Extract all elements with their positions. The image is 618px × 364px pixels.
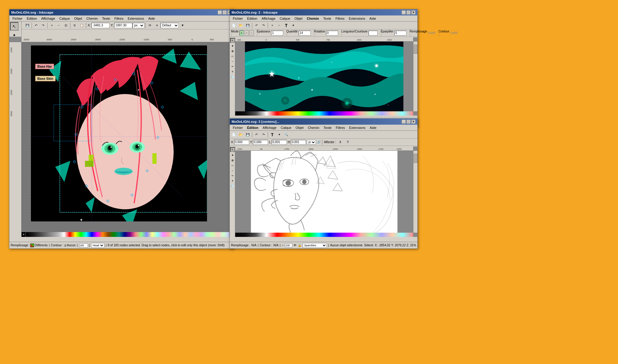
opacity-input[interactable]: 100 <box>79 243 88 248</box>
zoom-btn-3[interactable]: 🔍 <box>283 131 290 138</box>
window-controls-2[interactable]: _ □ ✕ <box>402 10 416 15</box>
menu-affichage-2[interactable]: Affichage <box>260 16 277 21</box>
pencil-tool-3[interactable]: ✏ <box>230 173 235 178</box>
pencil-tool-2[interactable]: ✏ <box>230 64 235 69</box>
spray-tool-3[interactable]: 💨 <box>230 184 235 188</box>
save-btn-2[interactable]: 💾 <box>244 22 251 29</box>
text-tool-2[interactable]: T <box>230 69 235 74</box>
node-btn-2[interactable]: ✦ <box>290 22 297 29</box>
menu-edition-2[interactable]: Édition <box>245 16 259 21</box>
minimize-btn-2[interactable]: _ <box>402 10 406 15</box>
new-btn-3[interactable]: 📄 <box>230 131 237 138</box>
zoom-fit-btn[interactable]: ⊡ <box>63 22 69 29</box>
unit-select[interactable]: px mm cm <box>133 23 144 28</box>
undo-btn-3[interactable]: ↶ <box>253 131 260 138</box>
menu-objet-3[interactable]: Objet <box>294 125 305 130</box>
maximize-btn-2[interactable]: □ <box>406 10 411 15</box>
open-btn-2[interactable]: 📂 <box>237 22 244 29</box>
select-tool[interactable]: ↖ <box>10 22 19 31</box>
minimize-btn-1[interactable]: _ <box>218 10 222 15</box>
display-btn[interactable]: ▼ <box>179 22 186 29</box>
h-input-3[interactable] <box>291 140 306 145</box>
menu-filtres-1[interactable]: Filtres <box>113 16 125 21</box>
save-btn-3[interactable]: 💾 <box>244 131 251 138</box>
y-input-3[interactable] <box>253 140 268 145</box>
menu-texte-2[interactable]: Texte <box>321 16 333 21</box>
menu-extensions-1[interactable]: Extensions <box>126 16 146 21</box>
node-tool-3[interactable]: ✦ <box>230 153 235 157</box>
select-tool-3[interactable]: ↖ <box>230 147 235 152</box>
menu-affichage-1[interactable]: Affichage <box>39 16 57 21</box>
menu-extensions-2[interactable]: Extensions <box>347 16 367 21</box>
undo-btn-2[interactable]: ↶ <box>253 22 260 29</box>
w-input-3[interactable] <box>272 140 287 145</box>
scrollbar-v-3[interactable] <box>413 151 417 233</box>
affecter-x-btn[interactable]: X <box>337 139 344 146</box>
menu-objet-2[interactable]: Objet <box>293 16 304 21</box>
node-tool-2[interactable]: ✦ <box>230 43 235 48</box>
align-btn[interactable]: ≡ <box>154 22 160 29</box>
opacity-input-3[interactable] <box>285 243 292 248</box>
colorbar-2[interactable] <box>235 111 413 116</box>
menu-calque-3[interactable]: Calque <box>279 125 293 130</box>
zoom-in-btn[interactable]: + <box>49 22 55 29</box>
menu-fichier-2[interactable]: Fichier <box>231 16 245 21</box>
menu-affichage-3[interactable]: Affichage <box>261 125 278 130</box>
zoom-in-2[interactable]: + <box>269 22 276 29</box>
menu-fichier-3[interactable]: Fichier <box>231 125 245 130</box>
spray-tool-2[interactable]: 💨 <box>230 74 235 79</box>
longueur-input[interactable] <box>368 31 378 35</box>
menu-edition-1[interactable]: Édition <box>25 16 39 21</box>
maximize-btn-3[interactable]: □ <box>406 120 411 124</box>
redo-btn[interactable]: ↷ <box>40 22 46 29</box>
redo-btn-3[interactable]: ↷ <box>260 131 267 138</box>
close-btn-2[interactable]: ✕ <box>411 10 416 15</box>
paste-btn[interactable]: 📋 <box>78 22 85 29</box>
menu-filtres-2[interactable]: Filtres <box>334 16 346 21</box>
menu-chemin-1[interactable]: Chemin <box>84 16 100 21</box>
menu-chemin-2[interactable]: Chemin <box>305 16 321 21</box>
layer-select-3[interactable]: Sparckles <box>303 243 327 248</box>
no-fill-btn[interactable]: ✕ <box>22 232 26 237</box>
rotation-input[interactable] <box>326 31 338 35</box>
rect-tool-2[interactable]: ▭ <box>230 54 235 59</box>
menu-edition-3[interactable]: Édition <box>245 125 260 130</box>
unit-select-3[interactable]: px <box>307 140 316 145</box>
undo-btn[interactable]: ↶ <box>33 22 39 29</box>
select-tool-2[interactable]: ↖ <box>230 38 235 43</box>
scrollbar-v-2[interactable] <box>413 42 417 111</box>
redo-btn-2[interactable]: ↷ <box>260 22 267 29</box>
menu-objet-1[interactable]: Objet <box>72 16 84 21</box>
menu-texte-3[interactable]: Texte <box>322 125 333 130</box>
epaisseur-input[interactable] <box>271 31 283 35</box>
menu-fichier-1[interactable]: Fichier <box>11 16 24 21</box>
menu-calque-2[interactable]: Calque <box>278 16 292 21</box>
menu-texte-1[interactable]: Texte <box>100 16 112 21</box>
menu-extensions-3[interactable]: Extensions <box>347 125 367 130</box>
zoom-tool-3[interactable]: ⊕ <box>230 158 235 163</box>
layer-select[interactable]: Head <box>91 243 104 248</box>
circle-tool-3[interactable]: ○ <box>230 168 235 173</box>
canvas-area-1[interactable]: /* rendered via CSS */ -3500 -3000 -2500… <box>9 37 233 237</box>
zoom-out-btn[interactable]: − <box>56 22 62 29</box>
colorbar-3[interactable] <box>235 233 413 237</box>
menu-calque-1[interactable]: Calque <box>57 16 72 21</box>
text-btn-3[interactable]: T <box>269 131 276 138</box>
node-btn-3[interactable]: ✦ <box>276 131 283 138</box>
zoom-tool-2[interactable]: ⊕ <box>230 49 235 53</box>
inkscape-window-3[interactable]: MoOnLiGht.svg: 3 [contenu]... _ □ ✕ Fich… <box>229 118 418 249</box>
open-btn-3[interactable]: 📂 <box>237 131 244 138</box>
menu-chemin-3[interactable]: Chemin <box>306 125 321 130</box>
y-input[interactable]: 1997.30 <box>114 23 132 28</box>
scroll-v-thumb-3[interactable] <box>414 154 417 163</box>
menu-filtres-3[interactable]: Filtres <box>334 125 347 130</box>
zoom-out-2[interactable]: − <box>276 22 283 29</box>
minimize-btn-3[interactable]: _ <box>402 120 406 124</box>
mode-btn-2[interactable]: ▫ <box>245 30 249 36</box>
scroll-v-thumb-2[interactable] <box>414 45 417 54</box>
x-input[interactable]: -3481.3 <box>91 23 110 28</box>
eparpiller-input[interactable] <box>394 31 406 35</box>
menu-aide-3[interactable]: Aide <box>368 125 378 130</box>
close-btn-3[interactable]: ✕ <box>411 120 416 124</box>
inkscape-window-2[interactable]: MoOnLiGht.svg: 2 - Inkscape _ □ ✕ Fichie… <box>229 9 418 127</box>
